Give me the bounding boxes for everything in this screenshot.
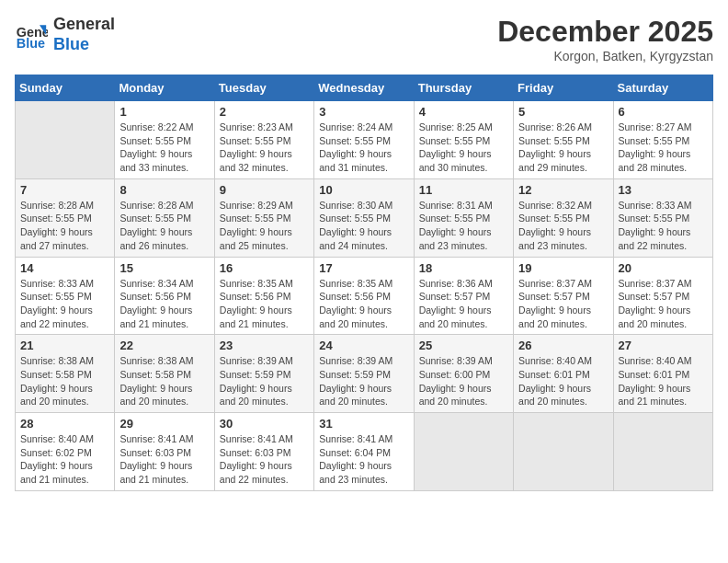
calendar-week-row: 21Sunrise: 8:38 AM Sunset: 5:58 PM Dayli… — [16, 335, 713, 413]
day-number: 8 — [119, 183, 209, 197]
calendar-cell: 1Sunrise: 8:22 AM Sunset: 5:55 PM Daylig… — [115, 101, 214, 179]
header-cell-saturday: Saturday — [613, 75, 712, 101]
day-info: Sunrise: 8:26 AM Sunset: 5:55 PM Dayligh… — [518, 121, 608, 175]
day-number: 12 — [518, 183, 608, 197]
calendar-cell — [16, 101, 115, 179]
day-info: Sunrise: 8:40 AM Sunset: 6:01 PM Dayligh… — [619, 354, 708, 408]
day-number: 7 — [20, 183, 109, 197]
day-number: 18 — [419, 261, 508, 275]
day-number: 17 — [319, 261, 408, 275]
day-number: 19 — [518, 261, 608, 275]
day-info: Sunrise: 8:22 AM Sunset: 5:55 PM Dayligh… — [119, 121, 209, 175]
calendar-cell: 24Sunrise: 8:39 AM Sunset: 5:59 PM Dayli… — [314, 335, 414, 413]
month-year-title: December 2025 — [497, 15, 713, 49]
calendar-cell: 19Sunrise: 8:37 AM Sunset: 5:57 PM Dayli… — [514, 257, 613, 335]
day-info: Sunrise: 8:41 AM Sunset: 6:03 PM Dayligh… — [220, 432, 309, 487]
calendar-cell: 26Sunrise: 8:40 AM Sunset: 6:01 PM Dayli… — [514, 335, 613, 413]
day-number: 24 — [319, 339, 408, 352]
header-cell-friday: Friday — [514, 75, 613, 101]
calendar-cell: 29Sunrise: 8:41 AM Sunset: 6:03 PM Dayli… — [115, 413, 214, 491]
day-number: 29 — [119, 417, 209, 431]
calendar-cell: 25Sunrise: 8:39 AM Sunset: 6:00 PM Dayli… — [414, 335, 513, 413]
day-number: 10 — [319, 183, 408, 197]
day-info: Sunrise: 8:41 AM Sunset: 6:03 PM Dayligh… — [119, 432, 209, 487]
calendar-cell: 20Sunrise: 8:37 AM Sunset: 5:57 PM Dayli… — [613, 257, 712, 335]
day-info: Sunrise: 8:39 AM Sunset: 6:00 PM Dayligh… — [419, 354, 508, 408]
calendar-cell: 2Sunrise: 8:23 AM Sunset: 5:55 PM Daylig… — [214, 101, 313, 179]
day-info: Sunrise: 8:36 AM Sunset: 5:57 PM Dayligh… — [419, 277, 508, 331]
calendar-cell: 11Sunrise: 8:31 AM Sunset: 5:55 PM Dayli… — [414, 178, 513, 257]
svg-text:Blue: Blue — [17, 36, 45, 51]
page-header: General Blue General Blue December 2025 … — [15, 15, 713, 63]
header-cell-thursday: Thursday — [414, 75, 513, 101]
header-cell-wednesday: Wednesday — [314, 75, 414, 101]
calendar-week-row: 1Sunrise: 8:22 AM Sunset: 5:55 PM Daylig… — [16, 101, 713, 179]
calendar-cell: 18Sunrise: 8:36 AM Sunset: 5:57 PM Dayli… — [414, 257, 513, 335]
day-number: 2 — [220, 105, 309, 119]
day-number: 3 — [319, 105, 408, 119]
calendar-cell: 10Sunrise: 8:30 AM Sunset: 5:55 PM Dayli… — [314, 178, 414, 257]
day-info: Sunrise: 8:33 AM Sunset: 5:55 PM Dayligh… — [20, 277, 109, 331]
day-number: 22 — [119, 339, 209, 352]
day-info: Sunrise: 8:40 AM Sunset: 6:02 PM Dayligh… — [20, 432, 109, 487]
day-number: 21 — [20, 339, 109, 352]
day-info: Sunrise: 8:25 AM Sunset: 5:55 PM Dayligh… — [419, 121, 508, 175]
calendar-cell: 8Sunrise: 8:28 AM Sunset: 5:55 PM Daylig… — [115, 178, 214, 257]
day-number: 23 — [220, 339, 309, 352]
calendar-cell: 7Sunrise: 8:28 AM Sunset: 5:55 PM Daylig… — [16, 178, 115, 257]
title-block: December 2025 Korgon, Batken, Kyrgyzstan — [497, 15, 713, 63]
day-info: Sunrise: 8:33 AM Sunset: 5:55 PM Dayligh… — [619, 199, 708, 253]
day-info: Sunrise: 8:40 AM Sunset: 6:01 PM Dayligh… — [518, 354, 608, 408]
day-info: Sunrise: 8:30 AM Sunset: 5:55 PM Dayligh… — [319, 199, 408, 253]
day-number: 31 — [319, 417, 408, 431]
calendar-cell — [414, 413, 513, 491]
day-number: 26 — [518, 339, 608, 352]
logo-text-general: General — [53, 15, 115, 35]
day-number: 25 — [419, 339, 508, 352]
header-cell-sunday: Sunday — [16, 75, 115, 101]
calendar-week-row: 7Sunrise: 8:28 AM Sunset: 5:55 PM Daylig… — [16, 178, 713, 257]
day-info: Sunrise: 8:31 AM Sunset: 5:55 PM Dayligh… — [419, 199, 508, 253]
logo: General Blue General Blue — [15, 15, 115, 54]
day-number: 15 — [119, 261, 209, 275]
calendar-cell — [613, 413, 712, 491]
calendar-cell: 28Sunrise: 8:40 AM Sunset: 6:02 PM Dayli… — [16, 413, 115, 491]
calendar-cell: 4Sunrise: 8:25 AM Sunset: 5:55 PM Daylig… — [414, 101, 513, 179]
day-info: Sunrise: 8:24 AM Sunset: 5:55 PM Dayligh… — [319, 121, 408, 175]
day-info: Sunrise: 8:23 AM Sunset: 5:55 PM Dayligh… — [220, 121, 309, 175]
calendar-cell: 21Sunrise: 8:38 AM Sunset: 5:58 PM Dayli… — [16, 335, 115, 413]
day-number: 14 — [20, 261, 109, 275]
logo-text-blue: Blue — [53, 35, 115, 55]
day-number: 11 — [419, 183, 508, 197]
day-number: 1 — [119, 105, 209, 119]
day-info: Sunrise: 8:28 AM Sunset: 5:55 PM Dayligh… — [119, 199, 209, 253]
day-info: Sunrise: 8:41 AM Sunset: 6:04 PM Dayligh… — [319, 432, 408, 487]
day-info: Sunrise: 8:39 AM Sunset: 5:59 PM Dayligh… — [220, 354, 309, 408]
calendar-cell: 12Sunrise: 8:32 AM Sunset: 5:55 PM Dayli… — [514, 178, 613, 257]
day-info: Sunrise: 8:28 AM Sunset: 5:55 PM Dayligh… — [20, 199, 109, 253]
day-info: Sunrise: 8:37 AM Sunset: 5:57 PM Dayligh… — [518, 277, 608, 331]
calendar-cell — [514, 413, 613, 491]
day-number: 9 — [220, 183, 309, 197]
calendar-cell: 15Sunrise: 8:34 AM Sunset: 5:56 PM Dayli… — [115, 257, 214, 335]
calendar-week-row: 28Sunrise: 8:40 AM Sunset: 6:02 PM Dayli… — [16, 413, 713, 491]
day-info: Sunrise: 8:32 AM Sunset: 5:55 PM Dayligh… — [518, 199, 608, 253]
calendar-cell: 31Sunrise: 8:41 AM Sunset: 6:04 PM Dayli… — [314, 413, 414, 491]
day-info: Sunrise: 8:27 AM Sunset: 5:55 PM Dayligh… — [619, 121, 708, 175]
day-info: Sunrise: 8:37 AM Sunset: 5:57 PM Dayligh… — [619, 277, 708, 331]
day-info: Sunrise: 8:39 AM Sunset: 5:59 PM Dayligh… — [319, 354, 408, 408]
logo-icon: General Blue — [15, 18, 48, 52]
day-number: 6 — [619, 105, 708, 119]
day-info: Sunrise: 8:38 AM Sunset: 5:58 PM Dayligh… — [119, 354, 209, 408]
header-cell-tuesday: Tuesday — [214, 75, 313, 101]
calendar-header-row: SundayMondayTuesdayWednesdayThursdayFrid… — [16, 75, 713, 101]
day-info: Sunrise: 8:35 AM Sunset: 5:56 PM Dayligh… — [220, 277, 309, 331]
day-number: 5 — [518, 105, 608, 119]
day-number: 16 — [220, 261, 309, 275]
calendar-cell: 6Sunrise: 8:27 AM Sunset: 5:55 PM Daylig… — [613, 101, 712, 179]
day-number: 20 — [619, 261, 708, 275]
day-number: 4 — [419, 105, 508, 119]
day-info: Sunrise: 8:29 AM Sunset: 5:55 PM Dayligh… — [220, 199, 309, 253]
calendar-table: SundayMondayTuesdayWednesdayThursdayFrid… — [15, 75, 713, 491]
calendar-cell: 30Sunrise: 8:41 AM Sunset: 6:03 PM Dayli… — [214, 413, 313, 491]
